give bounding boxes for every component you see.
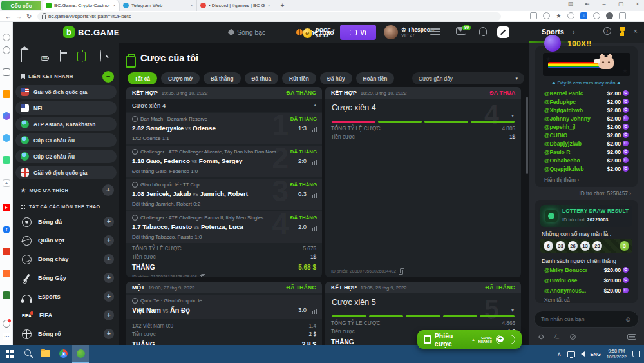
rain-winner-row[interactable]: @Fedupkpc$2.00C	[544, 97, 629, 106]
calendar-icon[interactable]	[60, 50, 61, 62]
collapse-quick-links-button[interactable]	[102, 71, 114, 83]
brand-name[interactable]: BC.GAME	[78, 28, 120, 37]
game-id-link[interactable]: ID trò chơi: 5258457 ›	[579, 190, 631, 197]
add-favorite-button[interactable]	[102, 184, 114, 196]
tab-telegram[interactable]: Telegram Web	[120, 0, 197, 11]
view-all-link[interactable]: Xem tất cả	[544, 297, 570, 303]
new-tab-button[interactable]	[278, 1, 287, 10]
lock-icon[interactable]	[42, 15, 46, 19]
app-icon-red[interactable]	[3, 248, 10, 255]
bookmark-star-icon[interactable]	[556, 12, 562, 19]
rain-winner-row[interactable]: @Onbabeebo$2.00C	[544, 156, 629, 164]
chat-message-field[interactable]	[541, 316, 618, 322]
url-field[interactable]: bc.game/vi/sports?bt-path=%2Fbets	[37, 12, 501, 21]
facebook-icon[interactable]: f	[3, 226, 10, 233]
search-icon[interactable]	[100, 50, 101, 62]
language-indicator[interactable]: ENG	[591, 351, 601, 357]
home-icon[interactable]	[21, 50, 22, 62]
maximize-button[interactable]	[617, 1, 625, 7]
info-icon[interactable]: i	[603, 27, 611, 35]
minimize-button[interactable]	[600, 1, 608, 7]
expand-button[interactable]	[104, 310, 114, 320]
quick-link-item[interactable]: Giải vô địch quốc gia	[15, 166, 117, 179]
stats-icon[interactable]	[312, 193, 317, 198]
back-button[interactable]	[5, 12, 12, 21]
emoji-icon[interactable]	[625, 315, 632, 323]
tab-discord[interactable]: • Discord | #games | BC G	[197, 0, 274, 11]
inbox-icon[interactable]: 99	[456, 27, 466, 35]
history-icon[interactable]	[3, 46, 10, 54]
tray-expand-icon[interactable]: ∧	[557, 351, 562, 357]
expand-button[interactable]	[104, 291, 114, 302]
translate-icon[interactable]	[530, 12, 537, 19]
stats-icon[interactable]	[312, 309, 317, 314]
sidebar-item-basketball[interactable]: Bóng rổ	[13, 326, 119, 342]
close-panel-icon[interactable]	[634, 27, 638, 35]
share-icon[interactable]	[543, 12, 550, 19]
filter-refund[interactable]: Hoàn tiền	[356, 72, 395, 84]
tab-close-icon[interactable]	[113, 3, 116, 8]
sidebar-item-fifa[interactable]: FIFA FIFA	[13, 308, 119, 323]
filter-open[interactable]: Cược mở	[161, 72, 200, 84]
copy-icon[interactable]	[200, 274, 205, 277]
expand-icon[interactable]	[511, 308, 514, 313]
taskbar-search-icon[interactable]	[24, 349, 31, 356]
volume-icon[interactable]	[581, 351, 585, 357]
sidebar-item-football[interactable]: Bóng đá	[13, 214, 119, 230]
downloads-tray-icon[interactable]	[619, 12, 626, 19]
youtube-icon[interactable]: ▸	[3, 204, 10, 211]
bcgame-logo-icon[interactable]: b	[63, 26, 75, 38]
refresh-button[interactable]	[26, 12, 32, 21]
tab-close-icon[interactable]	[267, 3, 270, 8]
download-extension-icon[interactable]: ↓	[580, 12, 587, 19]
bet-card-combo-lost[interactable]: KẾT HỢP 18:29, 3 thg 10, 2022 ĐÃ THUA Cư…	[325, 87, 521, 277]
coccoc-logo[interactable]: Cốc cốc	[1, 1, 41, 10]
quick-link-item[interactable]: NFL	[15, 101, 117, 115]
tab-close-icon[interactable]	[190, 3, 193, 8]
filter-won[interactable]: Đã thắng	[204, 72, 241, 84]
crown-icon[interactable]	[3, 90, 10, 98]
currency-selector[interactable]: Đ DOGE $1.13	[303, 27, 335, 39]
rules-icon[interactable]	[570, 334, 576, 340]
bet-card-combo-won[interactable]: KẾT HỢP 19:35, 3 thg 10, 2022 ĐÃ THẮNG C…	[126, 87, 322, 277]
collapse-icon[interactable]	[314, 103, 316, 108]
quick-link-item[interactable]: Cúp C1 châu Âu	[15, 133, 117, 147]
username[interactable]: Thespec...	[401, 26, 435, 33]
chevron-right-icon[interactable]	[573, 28, 575, 35]
chrome-icon[interactable]	[59, 349, 68, 358]
rain-winner-row[interactable]: @Dbapjyjzlwb$2.00C	[544, 139, 629, 148]
expand-button[interactable]	[104, 254, 114, 264]
lottery-winner-row[interactable]: @Milky Bonucci$20.00C	[544, 266, 629, 274]
app-icon-green[interactable]	[3, 291, 10, 299]
filter-cancelled[interactable]: Đã hủy	[320, 72, 352, 84]
expand-button[interactable]	[104, 235, 114, 246]
user-avatar[interactable]	[384, 25, 398, 39]
expand-button[interactable]	[104, 217, 114, 227]
rain-winner-row[interactable]: @CUBIO$2.00C	[544, 131, 629, 139]
file-explorer-icon[interactable]	[41, 350, 50, 357]
stats-icon[interactable]	[312, 160, 317, 165]
notifications-bell-icon[interactable]	[3, 320, 10, 328]
copy-icon[interactable]	[399, 268, 404, 274]
rain-winner-row[interactable]: @Qqepjdkzlwb$2.00C	[544, 164, 629, 173]
rain-icon[interactable]	[538, 334, 545, 340]
filter-lost[interactable]: Đã thua	[245, 72, 278, 84]
add-shortcut-icon[interactable]	[3, 179, 10, 187]
bet-card-single-won[interactable]: MỘT 19:00, 27 thg 9, 2022 ĐÃ THẮNG Quốc …	[126, 282, 322, 353]
keyboard-icon[interactable]	[627, 334, 636, 340]
start-button[interactable]	[6, 350, 14, 358]
expand-icon[interactable]	[511, 113, 514, 119]
close-button[interactable]	[634, 1, 641, 7]
more-icon[interactable]: ⋯	[3, 333, 10, 340]
shopping-icon[interactable]	[3, 270, 10, 277]
live-icon[interactable]: LIVE	[41, 56, 49, 61]
chat-input[interactable]	[534, 311, 639, 328]
chat-to-earn-icon[interactable]	[497, 26, 509, 38]
commands-icon[interactable]: /_	[554, 333, 560, 340]
settings-gear-icon[interactable]	[3, 34, 10, 41]
newsfeed-icon[interactable]	[3, 68, 10, 76]
nav-casino[interactable]: Sòng bạc	[229, 28, 265, 36]
quick-bet-toggle[interactable]	[496, 335, 515, 344]
notifications-icon[interactable]	[479, 27, 487, 35]
stats-icon[interactable]	[312, 226, 317, 231]
